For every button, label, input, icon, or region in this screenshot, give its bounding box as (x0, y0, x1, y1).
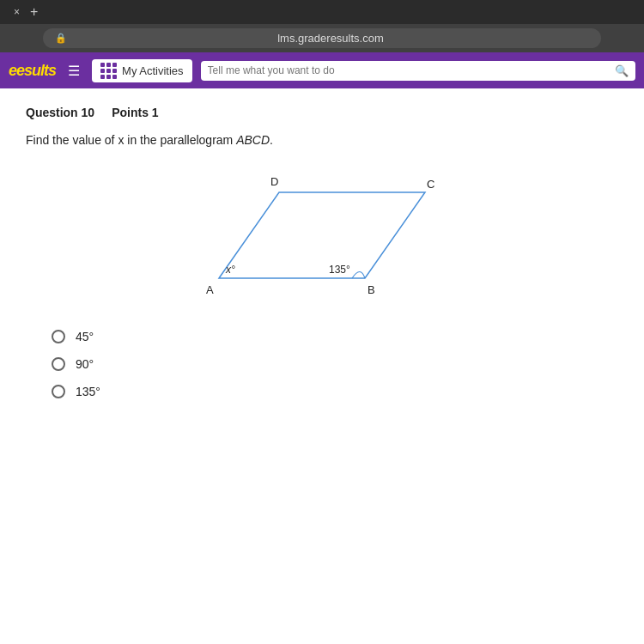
answer-label-3: 135° (76, 385, 100, 398)
radio-45[interactable] (52, 330, 65, 343)
search-icon[interactable]: 🔍 (615, 64, 629, 77)
tab-close[interactable]: × (9, 4, 25, 20)
url-text: lms.graderesults.com (72, 32, 589, 45)
svg-text:B: B (368, 283, 375, 296)
answer-option-1[interactable]: 45° (52, 330, 618, 343)
lock-icon: 🔒 (55, 33, 67, 44)
svg-text:C: C (427, 178, 434, 191)
svg-text:135°: 135° (329, 264, 350, 276)
answer-option-3[interactable]: 135° (52, 385, 618, 398)
content-area: Question 10 Points 1 Find the value of x… (0, 88, 644, 644)
address-bar[interactable]: 🔒 lms.graderesults.com (43, 28, 601, 48)
question-text: Find the value of x in the parallelogram… (26, 131, 618, 149)
browser-top-bar: × + (0, 0, 644, 24)
search-bar[interactable]: 🔍 (201, 61, 635, 81)
radio-90[interactable] (52, 357, 65, 371)
diagram-container: A B C D x° 135° (26, 167, 618, 304)
sidebar-toggle-button[interactable]: ☰ (64, 59, 83, 82)
radio-135[interactable] (52, 385, 65, 398)
svg-text:x°: x° (225, 264, 235, 276)
answer-label-2: 90° (76, 357, 94, 371)
answer-choices: 45° 90° 135° (26, 330, 618, 398)
svg-marker-0 (219, 192, 425, 278)
svg-text:A: A (206, 283, 214, 296)
search-input[interactable] (208, 64, 610, 76)
my-activities-button[interactable]: My Activities (92, 59, 192, 82)
question-header: Question 10 Points 1 (26, 106, 618, 119)
app-toolbar: eesults ☰ My Activities 🔍 (0, 52, 644, 88)
parallelogram-diagram: A B C D x° 135° (193, 167, 451, 304)
tab-add[interactable]: + (25, 3, 43, 21)
brand-logo: eesults (9, 62, 56, 80)
answer-option-2[interactable]: 90° (52, 357, 618, 371)
address-bar-wrapper: 🔒 lms.graderesults.com (0, 24, 644, 52)
question-number: Question 10 (26, 106, 94, 119)
my-activities-label: My Activities (122, 64, 184, 77)
answer-label-1: 45° (76, 330, 94, 343)
svg-text:D: D (270, 175, 278, 188)
question-points: Points 1 (112, 106, 158, 119)
grid-icon (100, 63, 117, 79)
